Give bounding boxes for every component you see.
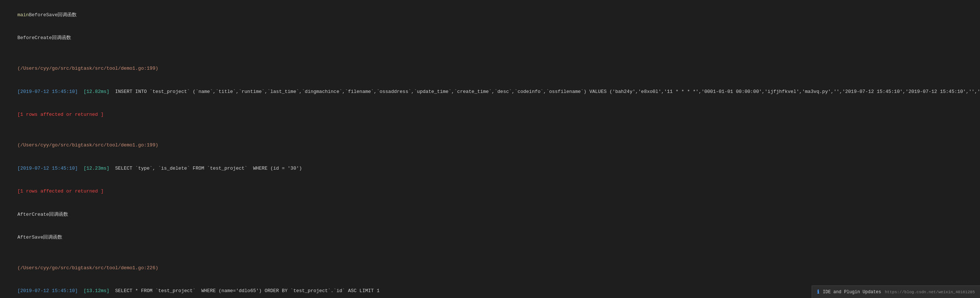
text-ms2: [12.23ms] (78, 166, 110, 171)
terminal-line: (/Users/cyy/go/src/bigtask/src/tool/demo… (6, 257, 974, 280)
terminal-line: AfterSave回调函数 (6, 226, 974, 249)
terminal-line (6, 127, 974, 134)
text-aftersave1: AfterSave回调函数 (18, 235, 62, 240)
ide-notification[interactable]: ℹ IDE and Plugin Updates https://blog.cs… (811, 285, 980, 298)
text-ms1: [12.82ms] (78, 89, 110, 95)
text-path2: (/Users/cyy/go/src/bigtask/src/tool/demo… (18, 143, 158, 148)
text-path3: (/Users/cyy/go/src/bigtask/src/tool/demo… (18, 265, 158, 271)
terminal-output: mainBeforeSave回调函数 BeforeCreate回调函数 (/Us… (0, 0, 980, 298)
terminal-line: [2019-07-12 15:45:10] [12.23ms] SELECT `… (6, 157, 974, 180)
terminal-line (6, 249, 974, 257)
text-aftercreate: AfterCreate回调函数 (18, 212, 68, 217)
text-beforesave: BeforeSave回调函数 (29, 12, 76, 18)
text-timestamp3: [2019-07-12 15:45:10] (18, 288, 78, 293)
text-affected1: [1 rows affected or returned ] (18, 112, 103, 117)
text-beforecreate: BeforeCreate回调函数 (18, 35, 71, 40)
notification-label: IDE and Plugin Updates (822, 290, 881, 295)
terminal-line (6, 50, 974, 58)
terminal-line: [1 rows affected or returned ] (6, 103, 974, 126)
text-ms3: [13.12ms] (78, 288, 110, 293)
info-icon: ℹ (817, 289, 819, 295)
terminal-line: mainBeforeSave回调函数 (6, 4, 974, 27)
text-path1: (/Users/cyy/go/src/bigtask/src/tool/demo… (18, 66, 158, 71)
text-timestamp2: [2019-07-12 15:45:10] (18, 166, 78, 171)
text-timestamp1: [2019-07-12 15:45:10] (18, 89, 78, 95)
terminal-line: AfterCreate回调函数 (6, 203, 974, 226)
terminal-line: [1 rows affected or returned ] (6, 180, 974, 203)
terminal-line: [2019-07-12 15:45:10] [12.82ms] INSERT I… (6, 80, 974, 103)
text-affected2: [1 rows affected or returned ] (18, 189, 103, 194)
text-sql1: INSERT INTO `test_project` (`name`,`titl… (110, 89, 980, 95)
notification-url: https://blog.csdn.net/weixin_40161285 (885, 290, 975, 294)
terminal-line: (/Users/cyy/go/src/bigtask/src/tool/demo… (6, 134, 974, 157)
terminal-line: BeforeCreate回调函数 (6, 27, 974, 50)
text-sql3: SELECT * FROM `test_project` WHERE (name… (110, 288, 379, 293)
text-main: main (18, 12, 29, 18)
text-sql2: SELECT `type`, `is_delete` FROM `test_pr… (110, 166, 302, 171)
terminal-line: (/Users/cyy/go/src/bigtask/src/tool/demo… (6, 58, 974, 80)
